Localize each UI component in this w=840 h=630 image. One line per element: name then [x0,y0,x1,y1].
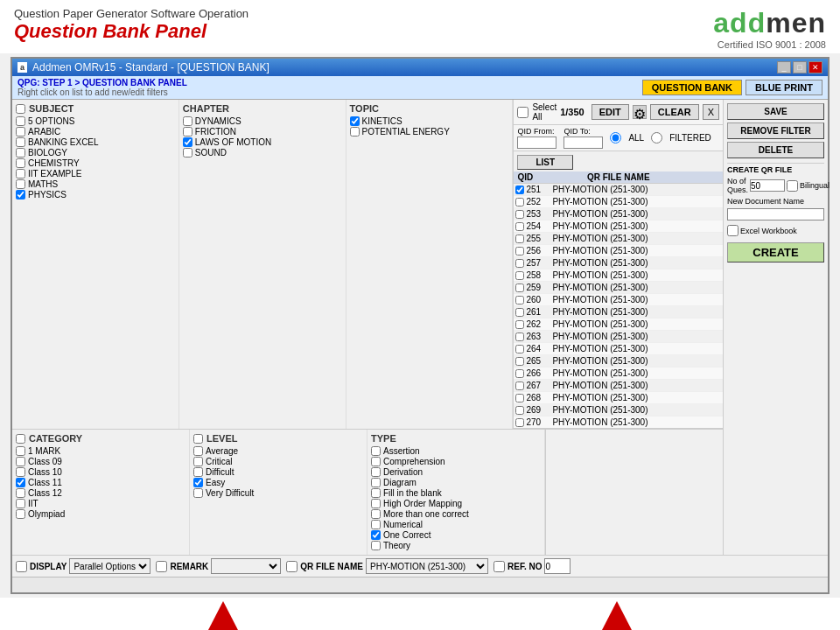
subject-checkbox[interactable] [16,158,25,168]
level-checkbox[interactable] [193,467,203,477]
maximize-button[interactable]: □ [793,61,807,74]
category-checkbox[interactable] [16,467,25,477]
category-checkbox[interactable] [16,509,25,519]
subject-label: PHYSICS [28,190,66,200]
type-checkbox[interactable] [371,488,381,498]
qid-to-input[interactable] [564,136,603,149]
qid-number: 256 [526,246,552,256]
qid-row-checkbox[interactable] [515,296,524,304]
qid-number: 270 [526,417,552,427]
subject-select-all[interactable] [16,104,25,114]
remove-filter-button[interactable]: REMOVE FILTER [727,122,824,139]
topic-checkbox[interactable] [350,116,360,126]
level-checkbox[interactable] [193,457,203,466]
clear-button[interactable]: CLEAR [650,104,699,120]
display-select[interactable]: Parallel Options [69,558,150,574]
qid-row-checkbox[interactable] [515,284,524,292]
subject-checkbox[interactable] [16,148,25,158]
category-checkbox[interactable] [16,499,25,508]
qid-row-checkbox[interactable] [515,234,524,243]
level-checkbox[interactable] [193,478,203,487]
category-checkbox[interactable] [16,457,25,466]
qid-row-checkbox[interactable] [515,198,524,206]
minimize-button[interactable]: _ [777,61,791,74]
remark-select[interactable] [211,558,281,574]
qid-row-checkbox[interactable] [515,259,524,268]
subject-checkbox[interactable] [16,137,25,147]
type-checkbox[interactable] [371,467,381,477]
qid-row-checkbox[interactable] [515,418,524,427]
save-button[interactable]: SAVE [727,103,824,120]
chapter-checkbox[interactable] [183,116,192,126]
type-checkbox[interactable] [371,457,381,466]
qid-row-checkbox[interactable] [515,271,524,280]
subject-checkbox[interactable] [16,179,25,189]
qid-row-checkbox[interactable] [515,247,524,256]
qid-row-checkbox[interactable] [515,382,524,390]
qid-row-checkbox[interactable] [515,186,524,194]
chapter-checkbox[interactable] [183,127,192,136]
qid-row-checkbox[interactable] [515,406,524,415]
category-checkbox[interactable] [16,478,25,487]
qid-row-checkbox[interactable] [515,369,524,378]
type-checkbox[interactable] [371,446,381,456]
list-button[interactable]: LIST [517,155,573,170]
category-select-all[interactable] [16,434,25,444]
qid-number: 268 [526,393,552,402]
type-checkbox[interactable] [371,530,381,540]
category-item: Class 09 [16,457,186,466]
qr-file-checkbox[interactable] [286,561,298,572]
ref-no-input[interactable] [544,558,570,574]
chapter-checkbox[interactable] [183,148,192,158]
all-radio[interactable] [610,132,621,144]
close-button[interactable]: ✕ [808,61,822,74]
x-button[interactable]: X [703,104,719,120]
type-checkbox[interactable] [371,520,381,529]
select-all-checkbox[interactable] [517,107,528,118]
category-checkbox[interactable] [16,488,25,498]
qr-file-select[interactable]: PHY-MOTION (251-300) [366,558,488,574]
new-doc-input[interactable] [727,208,824,220]
type-label: Derivation [383,467,423,477]
remark-checkbox[interactable] [156,561,167,572]
type-checkbox[interactable] [371,541,381,550]
chapter-checkbox[interactable] [183,137,192,147]
level-select-all[interactable] [193,434,203,444]
tab-blue-print[interactable]: BLUE PRINT [746,80,822,95]
level-checkbox[interactable] [193,488,203,498]
qid-row-checkbox[interactable] [515,332,524,341]
window-controls[interactable]: _ □ ✕ [777,61,822,74]
bilingual-checkbox[interactable] [787,180,798,192]
create-button[interactable]: CREATE [727,242,824,262]
delete-button[interactable]: DELETE [727,142,824,158]
qid-file-name: PHY-MOTION (251-300) [552,246,721,256]
qid-row-checkbox[interactable] [515,210,524,219]
filter-row-2: CATEGORY 1 MARKClass 09Class 10Class 11C… [12,430,723,555]
subject-checkbox[interactable] [16,169,25,178]
qid-row-checkbox[interactable] [515,345,524,354]
subject-checkbox[interactable] [16,116,25,126]
qid-row-checkbox[interactable] [515,357,524,366]
topic-checkbox[interactable] [350,127,360,136]
ref-no-checkbox[interactable] [494,561,505,572]
qid-from-input[interactable] [517,136,556,149]
qid-row-checkbox[interactable] [515,222,524,231]
type-checkbox[interactable] [371,499,381,508]
qid-row-checkbox[interactable] [515,320,524,329]
subject-checkbox[interactable] [16,127,25,136]
category-checkbox[interactable] [16,446,25,456]
qid-row-checkbox[interactable] [515,308,524,317]
table-row: 262PHY-MOTION (251-300) [514,318,723,331]
tab-question-bank[interactable]: QUESTION BANK [642,80,742,95]
qid-row-checkbox[interactable] [515,394,524,402]
type-checkbox[interactable] [371,478,381,487]
edit-button[interactable]: EDIT [592,104,629,120]
filtered-radio[interactable] [651,132,662,144]
type-checkbox[interactable] [371,509,381,519]
excel-checkbox[interactable] [727,225,738,236]
display-checkbox[interactable] [16,561,27,572]
no-ques-input[interactable] [750,179,785,192]
level-checkbox[interactable] [193,446,203,456]
settings-icon[interactable]: ⚙ [633,105,647,119]
subject-checkbox[interactable] [16,190,25,200]
